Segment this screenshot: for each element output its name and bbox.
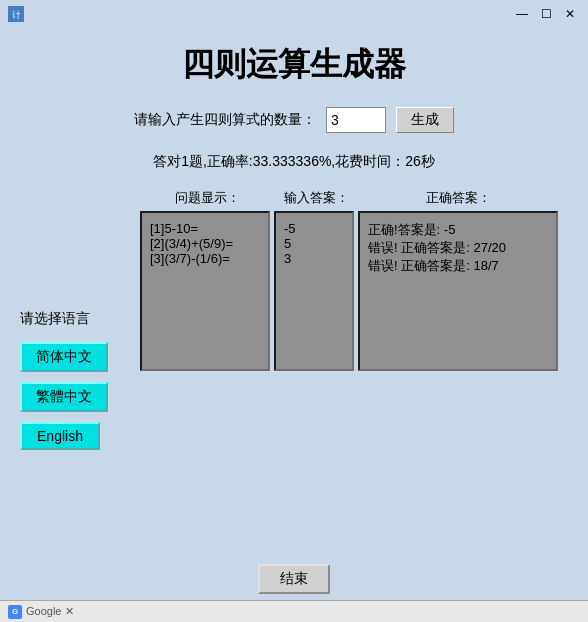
correct-box: 正确!答案是: -5 错误! 正确答案是: 27/20 错误! 正确答案是: 1… [358, 211, 558, 371]
answers-header: 输入答案： [284, 189, 349, 207]
correct-column: 正确答案： 正确!答案是: -5 错误! 正确答案是: 27/20 错误! 正确… [358, 189, 558, 371]
maximize-button[interactable]: ☐ [536, 5, 556, 23]
language-section: 请选择语言 简体中文 繁體中文 English [20, 310, 108, 450]
bottom-row: 结束 [0, 564, 588, 594]
close-button[interactable]: ✕ [560, 5, 580, 23]
minimize-button[interactable]: — [512, 5, 532, 23]
title-bar-left: 计 [8, 6, 30, 22]
columns-wrapper: 问题显示： [1]5-10= [2](3/4)+(5/9)= [3](3/7)-… [140, 189, 558, 371]
traditional-chinese-button[interactable]: 繁體中文 [20, 382, 108, 412]
app-icon: 计 [8, 6, 24, 22]
google-icon: G [8, 605, 22, 619]
quantity-input[interactable] [326, 107, 386, 133]
language-label: 请选择语言 [20, 310, 90, 328]
problems-box: [1]5-10= [2](3/4)+(5/9)= [3](3/7)-(1/6)= [140, 211, 270, 371]
problems-column: 问题显示： [1]5-10= [2](3/4)+(5/9)= [3](3/7)-… [140, 189, 274, 371]
quantity-label: 请输入产生四则算式的数量： [134, 111, 316, 129]
answers-column: 输入答案： -5 5 3 [274, 189, 358, 371]
simplified-chinese-button[interactable]: 简体中文 [20, 342, 108, 372]
title-bar-controls: — ☐ ✕ [512, 5, 580, 23]
input-row: 请输入产生四则算式的数量： 生成 [20, 107, 568, 133]
generate-button[interactable]: 生成 [396, 107, 454, 133]
app-title: 四则运算生成器 [20, 43, 568, 87]
problems-header: 问题显示： [175, 189, 240, 207]
stats-row: 答对1题,正确率:33.333336%,花费时间：26秒 [20, 153, 568, 171]
title-bar: 计 — ☐ ✕ [0, 0, 588, 28]
end-button[interactable]: 结束 [258, 564, 330, 594]
google-text: Google ✕ [26, 605, 74, 618]
google-bar: G Google ✕ [0, 600, 588, 622]
correct-header: 正确答案： [426, 189, 491, 207]
svg-text:计: 计 [12, 10, 21, 20]
answers-box: -5 5 3 [274, 211, 354, 371]
english-button[interactable]: English [20, 422, 100, 450]
